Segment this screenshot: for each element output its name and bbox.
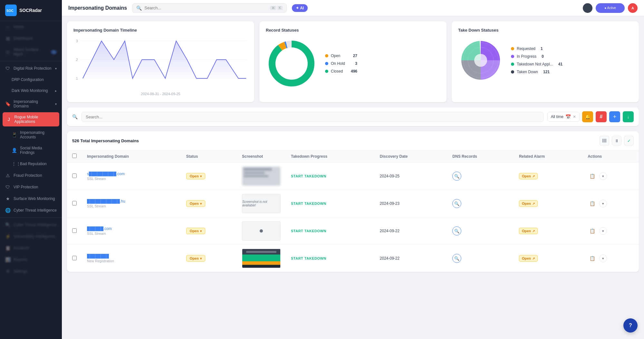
add-filter-button[interactable]: + — [609, 111, 620, 122]
row4-checkbox-cell[interactable] — [67, 245, 82, 272]
sidebar-item-incidents[interactable]: 📋 Incidents — [0, 242, 62, 254]
sidebar-item-vip-protection[interactable]: ★ Surface Web Monitoring — [0, 193, 62, 204]
row1-dns-cell[interactable]: 🔍 — [447, 163, 514, 190]
sidebar-item-attack-surface[interactable]: ◎ Attack Surface Mgmt 1 — [0, 44, 62, 60]
row4-status-badge: Open ▾ — [186, 255, 205, 262]
export-button[interactable]: ↓ — [623, 111, 634, 122]
takedown-label-inprogress: In Progress — [517, 54, 536, 59]
row3-alarm-link-icon[interactable]: ↗ — [532, 229, 535, 233]
sidebar-item-vuln[interactable]: ⚡ Vulnerability Intelligence — [0, 231, 62, 242]
row1-takedown-cell[interactable]: START TAKEDOWN — [286, 163, 375, 190]
row3-domain-link[interactable]: ██████.com — [87, 226, 112, 231]
row1-dns-search-icon[interactable]: 🔍 — [452, 172, 461, 181]
sidebar-item-social-media[interactable]: ⋮⋮ Bad Reputation — [0, 158, 62, 170]
row3-checkbox-cell[interactable] — [67, 217, 82, 245]
row3-dns-cell[interactable]: 🔍 — [447, 217, 514, 245]
takedown-legend-inprogress: In Progress 0 — [511, 54, 562, 59]
sidebar-item-reports[interactable]: 📊 Reports — [0, 254, 62, 265]
table-search-input[interactable] — [86, 115, 539, 119]
sidebar-item-impersonating-domains[interactable]: J Rogue Mobile Applications — [3, 112, 59, 126]
notification-filter-button[interactable]: 🔔 — [582, 111, 593, 122]
row3-dns-search-icon[interactable]: 🔍 — [452, 226, 461, 235]
sidebar-item-home[interactable]: ⌂ Home — [0, 21, 62, 33]
time-filter[interactable]: All time 📅 ✕ — [547, 112, 580, 122]
check-button[interactable]: ✓ — [624, 136, 634, 145]
sidebar-item-brand-protection[interactable]: 🔖 Impersonating Domains ▾ — [0, 96, 62, 112]
row2-status-arrow[interactable]: ▾ — [200, 202, 202, 205]
row1-status-cell: Open ▾ — [181, 163, 237, 190]
row3-save-icon[interactable]: 📋 — [588, 226, 597, 235]
row4-dns-search-icon[interactable]: 🔍 — [452, 254, 461, 263]
row4-takedown-cell[interactable]: START TAKEDOWN — [286, 245, 375, 272]
row1-takedown-btn[interactable]: START TAKEDOWN — [291, 174, 326, 178]
sidebar-item-cti[interactable]: 🔍 Cyber Threat Intelligence — [0, 219, 62, 231]
timeline-chart: 3 2 1 — [73, 38, 248, 89]
row4-dns-cell[interactable]: 🔍 — [447, 245, 514, 272]
row2-checkbox[interactable] — [72, 201, 77, 205]
sidebar-item-impersonating-accounts[interactable]: 👤 Social Media Findings — [0, 143, 62, 158]
hash-filter-button[interactable]: # — [596, 111, 607, 122]
svg-text:2: 2 — [76, 58, 78, 62]
row3-checkbox[interactable] — [72, 228, 77, 233]
row4-domain-link[interactable]: ████████ — [87, 254, 109, 258]
row2-takedown-cell[interactable]: START TAKEDOWN — [286, 190, 375, 217]
row3-action-cell: 📋 ▾ — [588, 226, 634, 235]
sidebar-item-settings[interactable]: ⚙ Settings — [0, 265, 62, 277]
row2-takedown-btn[interactable]: START TAKEDOWN — [291, 202, 326, 205]
row1-domain-link[interactable]: s██████████.com — [87, 172, 125, 176]
global-search-bar[interactable]: 🔍 ⌘ K — [132, 3, 287, 13]
select-all-checkbox[interactable] — [72, 154, 77, 158]
row3-status-arrow[interactable]: ▾ — [200, 229, 202, 233]
row1-alarm-badge[interactable]: Open ↗ — [519, 173, 538, 179]
row3-takedown-cell[interactable]: START TAKEDOWN — [286, 217, 375, 245]
topbar: Impersonating Domains 🔍 ⌘ K ✦ AI ● Activ… — [62, 0, 644, 16]
row4-takedown-btn[interactable]: START TAKEDOWN — [291, 256, 326, 260]
clear-icon[interactable]: ✕ — [573, 115, 576, 119]
row2-alarm-link-icon[interactable]: ↗ — [532, 202, 535, 205]
row3-takedown-btn[interactable]: START TAKEDOWN — [291, 229, 326, 233]
filter-columns-button[interactable] — [600, 136, 609, 145]
row2-domain-link[interactable]: ████████████.hu — [87, 199, 125, 204]
row4-alarm-badge[interactable]: Open ↗ — [519, 255, 538, 262]
row2-alarm-badge[interactable]: Open ↗ — [519, 200, 538, 207]
row2-checkbox-cell[interactable] — [67, 190, 82, 217]
row2-dns-cell[interactable]: 🔍 — [447, 190, 514, 217]
table-search[interactable] — [82, 112, 543, 122]
row4-expand-button[interactable]: ▾ — [599, 254, 607, 262]
row2-save-icon[interactable]: 📋 — [588, 199, 597, 208]
global-search-input[interactable] — [144, 5, 267, 10]
select-all-header[interactable] — [67, 150, 82, 163]
row1-expand-button[interactable]: ▾ — [599, 172, 607, 180]
row4-alarm-link-icon[interactable]: ↗ — [532, 257, 535, 260]
row1-checkbox[interactable] — [72, 174, 77, 178]
sidebar-item-dashboard[interactable]: ▦ Dashboard — [0, 33, 62, 44]
takedown-card-title: Take Down Statuses — [458, 28, 632, 33]
sidebar-item-rogue-mobile[interactable]: 📱 Impersonating Accounts — [0, 127, 62, 143]
row1-alarm-link-icon[interactable]: ↗ — [532, 174, 535, 178]
sidebar-item-surface-web[interactable]: 🌐 Cyber Threat Intelligence — [0, 204, 62, 216]
sidebar-item-bad-reputation[interactable]: ⚠ Fraud Protection — [0, 170, 62, 181]
row2-dns-search-icon[interactable]: 🔍 — [452, 199, 461, 208]
sidebar-item-dark-web[interactable]: Dark Web Monitoring ▸ — [0, 85, 62, 96]
row4-checkbox[interactable] — [72, 256, 77, 260]
help-button[interactable]: ? — [623, 318, 638, 333]
avatar-user-2: ● Active — [596, 3, 625, 13]
row2-action-cell: 📋 ▾ — [588, 199, 634, 208]
takedown-svg — [458, 38, 503, 83]
row4-status-arrow[interactable]: ▾ — [200, 257, 202, 260]
row4-save-icon[interactable]: 📋 — [588, 254, 597, 263]
row1-status-arrow[interactable]: ▾ — [200, 174, 202, 178]
ai-button[interactable]: ✦ AI — [292, 4, 308, 12]
takedown-dot-inprogress — [511, 55, 514, 58]
row1-checkbox-cell[interactable] — [67, 163, 82, 190]
row2-expand-button[interactable]: ▾ — [599, 200, 607, 207]
sidebar-item-fraud-protection[interactable]: 🛡 VIP Protection — [0, 181, 62, 193]
row3-expand-button[interactable]: ▾ — [599, 227, 607, 235]
row3-alarm-badge[interactable]: Open ↗ — [519, 228, 538, 234]
sidebar-item-drp[interactable]: 🛡 Digital Risk Protection ▾ — [0, 63, 62, 74]
row1-save-icon[interactable]: 📋 — [588, 172, 597, 181]
surface-web-icon: 🌐 — [5, 208, 10, 213]
pause-button[interactable]: ⏸ — [612, 136, 621, 145]
sidebar-item-drp-config[interactable]: DRP Configuration — [0, 74, 62, 85]
record-statuses-title: Record Statuses — [266, 28, 440, 33]
